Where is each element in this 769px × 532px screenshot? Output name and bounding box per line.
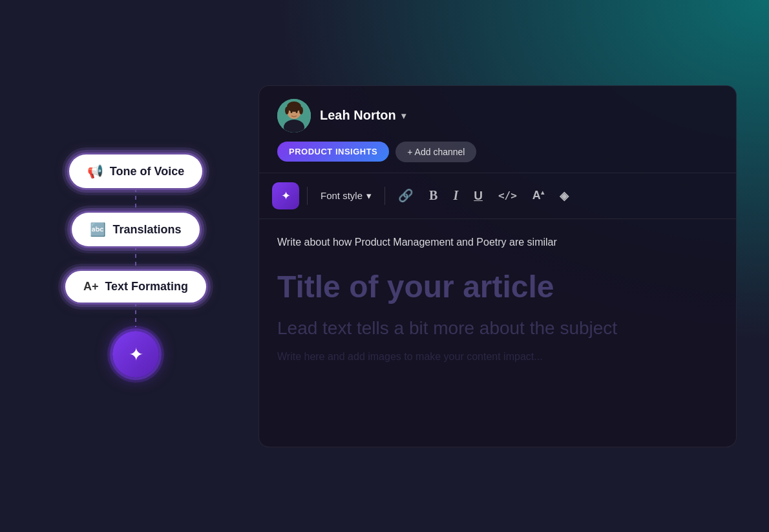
sparkle-icon: ✦ <box>129 344 143 365</box>
author-dropdown-arrow: ▾ <box>401 111 406 121</box>
svg-point-6 <box>291 111 293 113</box>
workflow-item-label: Translations <box>112 223 181 237</box>
avatar-image <box>277 99 311 133</box>
connector-3 <box>135 303 136 327</box>
workflow-item-tone-of-voice[interactable]: 📢 Tone of Voice <box>69 154 202 188</box>
svg-point-3 <box>285 107 289 114</box>
add-channel-label: + Add channel <box>407 147 465 157</box>
workflow-item-label: Text Formating <box>105 280 188 293</box>
italic-icon[interactable]: I <box>448 184 463 207</box>
code-icon[interactable]: </> <box>493 186 522 206</box>
toolbar-sparkle-icon: ✦ <box>281 189 291 203</box>
author-row: Leah Norton ▾ <box>277 99 718 133</box>
font-size-icon[interactable]: A▴ <box>527 185 549 206</box>
channel-badge-product-insights[interactable]: PRODUCT INSIGHTS <box>277 142 389 162</box>
ai-toolbar-button[interactable]: ✦ <box>272 182 299 209</box>
editor-panel: Leah Norton ▾ PRODUCT INSIGHTS + Add cha… <box>258 85 737 447</box>
underline-icon[interactable]: U <box>469 185 488 207</box>
article-lead-placeholder[interactable]: Lead text tells a bit more about the sub… <box>277 315 718 341</box>
workflow-panel: 📢 Tone of Voice 🔤 Translations A+ Text F… <box>32 154 239 378</box>
connector-1 <box>135 188 136 213</box>
toolbar-divider-2 <box>384 187 385 205</box>
workflow-item-translations[interactable]: 🔤 Translations <box>72 213 199 246</box>
author-name-text: Leah Norton <box>320 108 396 123</box>
svg-point-2 <box>287 101 301 112</box>
workflow-item-text-formatting[interactable]: A+ Text Formating <box>65 271 206 303</box>
editor-toolbar: ✦ Font style ▾ 🔗 B I U </> A▴ ◈ <box>259 173 736 219</box>
add-channel-button[interactable]: + Add channel <box>395 142 476 162</box>
svg-point-7 <box>296 111 298 113</box>
article-body-placeholder[interactable]: Write here and add images to make your c… <box>277 351 718 363</box>
connector-2 <box>135 246 136 271</box>
text-format-icon: A+ <box>83 280 99 293</box>
font-style-label: Font style <box>321 190 363 201</box>
font-style-dropdown-arrow: ▾ <box>366 190 372 202</box>
translate-icon: 🔤 <box>90 222 106 237</box>
fill-color-icon[interactable]: ◈ <box>554 185 574 207</box>
editor-content: Write about how Product Management and P… <box>259 219 736 447</box>
megaphone-icon: 📢 <box>87 164 103 179</box>
avatar <box>277 99 311 133</box>
editor-header: Leah Norton ▾ PRODUCT INSIGHTS + Add cha… <box>259 86 736 173</box>
ai-action-button[interactable]: ✦ <box>112 331 159 378</box>
main-container: 📢 Tone of Voice 🔤 Translations A+ Text F… <box>0 0 769 532</box>
article-title-placeholder[interactable]: Title of your article <box>277 268 718 306</box>
author-info: Leah Norton ▾ <box>320 108 406 123</box>
channels-row: PRODUCT INSIGHTS + Add channel <box>277 142 718 162</box>
channel-badge-label: PRODUCT INSIGHTS <box>289 147 377 156</box>
svg-point-4 <box>299 107 303 114</box>
font-style-dropdown[interactable]: Font style ▾ <box>315 186 377 206</box>
workflow-item-label: Tone of Voice <box>110 165 184 178</box>
link-icon[interactable]: 🔗 <box>393 184 419 207</box>
author-name-row[interactable]: Leah Norton ▾ <box>320 108 406 123</box>
toolbar-divider-1 <box>307 187 308 205</box>
prompt-text: Write about how Product Management and P… <box>277 235 718 250</box>
bold-icon[interactable]: B <box>424 184 443 207</box>
